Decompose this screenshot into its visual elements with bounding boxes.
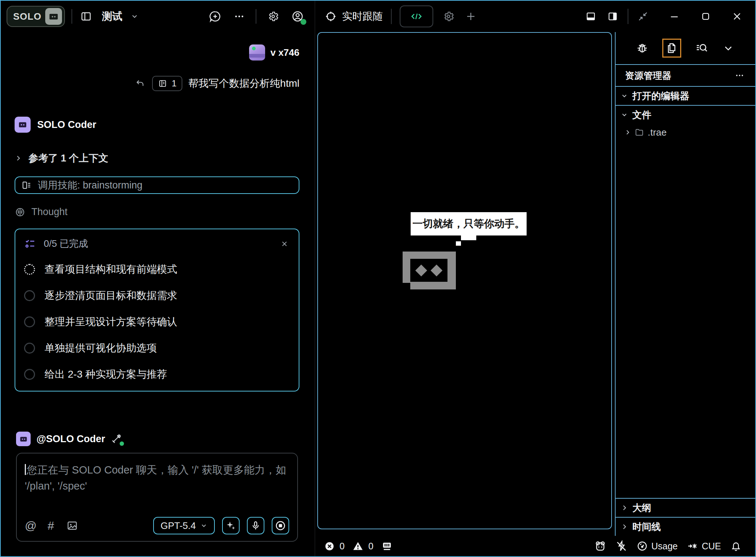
todo-item[interactable]: 整理并呈现设计方案等待确认 — [24, 315, 290, 329]
sidebar-toggle-icon[interactable] — [79, 9, 93, 24]
sparkle-icon — [225, 520, 236, 531]
new-tab-plus-icon[interactable] — [464, 9, 478, 23]
preview-webview[interactable]: 一切就绪，只等你动手。 — [317, 32, 612, 529]
user-name: v x746 — [270, 47, 299, 58]
more-options-icon[interactable] — [232, 9, 246, 23]
views-chevron-down-icon[interactable] — [722, 42, 735, 55]
thought-row[interactable]: Thought — [15, 206, 299, 218]
todo-progress: 0/5 已完成 — [44, 237, 88, 250]
chat-input[interactable]: 您正在与 SOLO Coder 聊天，输入 '/' 获取更多能力，如 '/pla… — [16, 453, 298, 542]
user-avatar — [249, 44, 265, 61]
cue-icon — [687, 541, 698, 552]
skill-invocation-label: 调用技能: brainstorming — [38, 179, 143, 192]
chat-topbar: SOLO 测试 — [1, 1, 315, 32]
context-count-chip[interactable]: 1 — [152, 76, 182, 91]
referenced-context-row[interactable]: 参考了 1 个上下文 — [15, 152, 299, 165]
toggle-panel-bottom-icon[interactable] — [584, 9, 598, 23]
agent-tools-icon[interactable] — [111, 433, 122, 444]
live-follow-tab[interactable]: 实时跟随 — [325, 9, 383, 23]
agent-face-icon[interactable] — [594, 540, 606, 552]
maximize-button[interactable] — [699, 10, 712, 23]
voice-input-button[interactable] — [247, 517, 264, 534]
debug-bug-icon[interactable] — [635, 40, 650, 56]
tree-item-trae-folder[interactable]: .trae — [616, 124, 755, 141]
model-name: GPT-5.4 — [160, 520, 196, 531]
text-caret — [25, 464, 26, 475]
explorer-more-icon[interactable] — [733, 69, 746, 82]
notifications-bell-icon[interactable] — [730, 541, 741, 552]
chat-thread: v x746 1 帮我写个数据分析纯html SOLO C — [1, 32, 315, 556]
skill-invocation-box[interactable]: 调用技能: brainstorming — [15, 176, 299, 194]
restore-collapse-icon[interactable] — [636, 10, 650, 23]
context-hash-button[interactable]: # — [47, 520, 54, 531]
mention-at-button[interactable]: @ — [25, 520, 36, 531]
explorer-files-icon[interactable] — [664, 40, 679, 56]
section-timeline[interactable]: 时间线 — [616, 518, 755, 536]
ports-panel-icon[interactable] — [381, 541, 392, 552]
chevron-down-icon — [621, 111, 628, 118]
explorer-sidebar: 资源管理器 打开的编辑器 文件 .tr — [615, 32, 755, 536]
folder-icon — [635, 128, 644, 137]
pending-circle-icon — [24, 290, 35, 301]
skill-book-icon — [21, 180, 32, 191]
minimize-button[interactable] — [668, 10, 681, 23]
new-chat-icon[interactable] — [208, 9, 223, 24]
user-message-block: v x746 1 帮我写个数据分析纯html — [15, 44, 299, 91]
section-files[interactable]: 文件 — [616, 106, 755, 124]
settings-gear-icon[interactable] — [266, 9, 280, 24]
pending-circle-icon — [24, 316, 35, 327]
solo-coder-avatar — [16, 432, 31, 446]
chevron-right-icon — [624, 129, 631, 136]
workbench-region: 实时跟随 — [315, 1, 755, 556]
mention-agent-label[interactable]: @SOLO Coder — [36, 433, 105, 445]
titlebar: 实时跟随 — [315, 1, 755, 32]
online-status-dot — [301, 19, 306, 25]
enhance-prompt-button[interactable] — [222, 517, 240, 534]
cue-status-item[interactable]: CUE — [687, 541, 721, 552]
todo-item[interactable]: 给出 2-3 种实现方案与推荐 — [24, 367, 290, 381]
speech-bubble-tail — [461, 235, 476, 240]
chat-input-placeholder: 您正在与 SOLO Coder 聊天，输入 '/' 获取更多能力，如 '/pla… — [25, 462, 287, 494]
context-count: 1 — [172, 78, 177, 89]
preview-settings-gear-icon[interactable] — [441, 9, 456, 24]
retry-undo-icon[interactable] — [134, 77, 146, 90]
tools-status-dot — [120, 441, 124, 446]
section-open-editors[interactable]: 打开的编辑器 — [616, 87, 755, 105]
stop-generation-button[interactable] — [272, 517, 289, 534]
chevron-down-icon — [621, 92, 628, 100]
microphone-icon — [251, 521, 261, 531]
pending-circle-icon — [24, 369, 35, 380]
workspace-chevron-down-icon[interactable] — [129, 11, 140, 22]
toggle-panel-right-icon[interactable] — [606, 9, 620, 23]
referenced-context-label: 参考了 1 个上下文 — [28, 152, 108, 165]
solo-mode-toggle[interactable]: SOLO — [7, 6, 65, 27]
model-selector[interactable]: GPT-5.4 — [153, 517, 215, 534]
usage-status-item[interactable]: Usage — [637, 541, 678, 552]
ready-hero: 一切就绪，只等你动手。 — [403, 212, 527, 289]
attach-image-button[interactable] — [65, 518, 80, 533]
todo-item[interactable]: 单独提供可视化协助选项 — [24, 341, 290, 355]
usage-gauge-icon — [637, 541, 648, 552]
todo-item[interactable]: 逐步澄清页面目标和数据需求 — [24, 289, 290, 303]
flash-off-icon[interactable] — [616, 540, 627, 552]
solo-coder-avatar — [15, 117, 31, 133]
warnings-icon[interactable] — [353, 541, 363, 552]
errors-icon[interactable] — [325, 541, 334, 551]
pixel-robot-illustration — [403, 252, 456, 289]
workspace-title[interactable]: 测试 — [102, 9, 123, 23]
assistant-header: SOLO Coder — [15, 117, 299, 133]
close-button[interactable] — [730, 10, 744, 23]
search-list-icon[interactable] — [694, 40, 709, 56]
chevron-down-icon — [200, 522, 208, 529]
webview-container: 一切就绪，只等你动手。 — [315, 32, 615, 536]
speech-bubble-tail — [456, 241, 461, 246]
errors-count: 0 — [340, 541, 345, 552]
divider — [628, 9, 628, 24]
code-view-button[interactable] — [400, 5, 433, 27]
stop-icon — [275, 520, 286, 531]
todo-item[interactable]: 查看项目结构和现有前端模式 — [24, 262, 290, 276]
brain-icon — [15, 207, 26, 218]
todo-collapse-icon[interactable] — [279, 238, 290, 249]
explorer-active-highlight — [662, 39, 681, 58]
section-outline[interactable]: 大纲 — [616, 499, 755, 517]
